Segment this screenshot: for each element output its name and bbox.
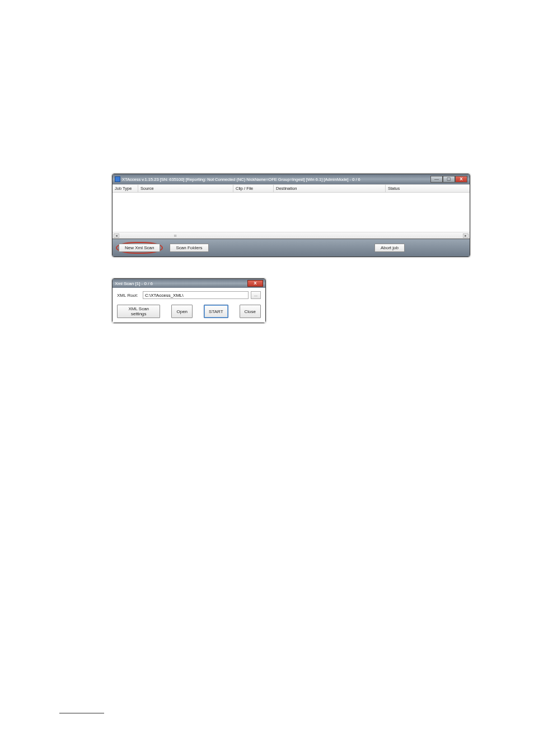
window-controls: — ▢ X [430, 176, 467, 183]
scroll-right-icon[interactable]: ► [463, 234, 469, 238]
dialog-body: XML Root: ... XML Scan settings Open STA… [113, 288, 265, 323]
page-footer-rule [59, 713, 104, 713]
open-button[interactable]: Open [171, 305, 193, 318]
bottom-toolbar: New Xml Scan Scan Folders Abort job [113, 239, 470, 256]
dialog-close-button[interactable]: X [247, 280, 263, 287]
start-button[interactable]: START [204, 305, 228, 318]
scan-folders-button[interactable]: Scan Folders [170, 244, 208, 252]
xtaccess-main-window: XTAccess v.1.15.23 [SN: 635100] [Reporti… [112, 174, 470, 257]
browse-button[interactable]: ... [251, 291, 261, 299]
col-source[interactable]: Source [138, 185, 233, 192]
xml-root-input[interactable] [143, 291, 249, 299]
scroll-track[interactable]: III [119, 234, 231, 237]
maximize-button[interactable]: ▢ [443, 176, 455, 183]
col-destination[interactable]: Destination [274, 185, 386, 192]
titlebar[interactable]: XTAccess v.1.15.23 [SN: 635100] [Reporti… [113, 174, 470, 184]
dialog-button-row: XML Scan settings Open START Close [117, 304, 261, 319]
xml-scan-settings-button[interactable]: XML Scan settings [117, 305, 160, 318]
dialog-title: Xml Scan [1] - 0 / 6 [115, 281, 247, 286]
scroll-marker: III [174, 234, 176, 237]
job-table-body [113, 193, 470, 232]
xml-root-row: XML Root: ... [117, 291, 261, 299]
dialog-titlebar[interactable]: Xml Scan [1] - 0 / 6 X [113, 279, 265, 288]
new-xml-scan-button[interactable]: New Xml Scan [119, 244, 160, 252]
window-title: XTAccess v.1.15.23 [SN: 635100] [Reporti… [122, 177, 430, 182]
abort-job-button[interactable]: Abort job [374, 244, 405, 252]
col-clipfile[interactable]: Clip / File [233, 185, 274, 192]
col-jobtype[interactable]: Job Type [113, 185, 138, 192]
app-icon [115, 176, 120, 182]
window-body: Job Type Source Clip / File Destination … [113, 184, 470, 239]
xml-scan-dialog: Xml Scan [1] - 0 / 6 X XML Root: ... XML… [112, 278, 266, 323]
highlight-circle: New Xml Scan [116, 242, 163, 254]
xml-root-label: XML Root: [117, 293, 140, 298]
horizontal-scrollbar[interactable]: ◄ III ► [113, 232, 470, 239]
close-button[interactable]: Close [240, 305, 261, 318]
close-button[interactable]: X [455, 176, 467, 183]
col-status[interactable]: Status [386, 185, 470, 192]
job-table-header: Job Type Source Clip / File Destination … [113, 185, 470, 193]
scroll-left-icon[interactable]: ◄ [114, 234, 119, 238]
minimize-button[interactable]: — [430, 176, 443, 183]
